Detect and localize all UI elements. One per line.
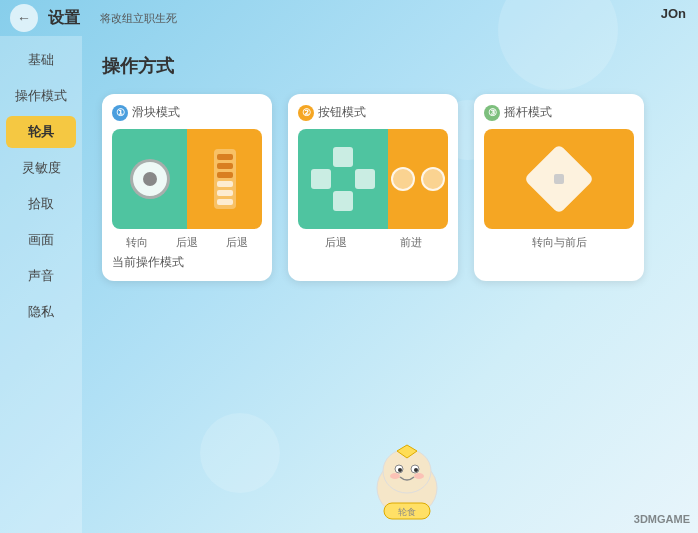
mode-1-label-back1: 后退 (176, 235, 198, 250)
mode-3-visual (484, 129, 634, 229)
back-icon: ← (17, 10, 31, 26)
mode-num-2: ② (298, 105, 314, 121)
joystick-inner (143, 172, 157, 186)
mode-card-stick[interactable]: ③ 摇杆模式 转向与前后 (474, 94, 644, 281)
user-label: JOn (661, 6, 686, 21)
mode-3-label: 摇杆模式 (504, 104, 552, 121)
throttle-seg (217, 172, 233, 178)
sidebar-item-opmode[interactable]: 操作模式 (6, 80, 76, 112)
circle-btn-2 (421, 167, 445, 191)
svg-text:轮食: 轮食 (398, 507, 416, 517)
mode-card-1-title: ① 滑块模式 (112, 104, 262, 121)
dpad-right (355, 169, 375, 189)
svg-point-6 (390, 473, 400, 479)
throttle-seg (217, 154, 233, 160)
current-mode-label: 当前操作模式 (112, 254, 262, 271)
section-title: 操作方式 (102, 54, 678, 78)
svg-point-4 (398, 468, 402, 472)
mode-card-button[interactable]: ② 按钮模式 (288, 94, 458, 281)
mode-1-left (112, 129, 187, 229)
mode-1-label-back2: 后退 (226, 235, 248, 250)
dpad-empty (355, 191, 375, 211)
main-layout: 基础 操作模式 轮具 灵敏度 拾取 画面 声音 隐私 操作方式 ① 滑块模式 (0, 36, 698, 533)
mode-1-right (187, 129, 262, 229)
throttle-seg (217, 163, 233, 169)
sidebar: 基础 操作模式 轮具 灵敏度 拾取 画面 声音 隐私 (0, 36, 82, 533)
mode-cards: ① 滑块模式 (102, 94, 678, 281)
diamond-icon (524, 144, 595, 215)
mode-2-right (388, 129, 448, 229)
sidebar-item-pickup[interactable]: 拾取 (6, 188, 76, 220)
mode-3-label-all: 转向与前后 (532, 235, 587, 250)
mode-card-2-title: ② 按钮模式 (298, 104, 448, 121)
svg-point-5 (414, 468, 418, 472)
dpad-left (311, 169, 331, 189)
mode-3-stick (484, 129, 634, 229)
joystick-icon (130, 159, 170, 199)
mode-2-label: 按钮模式 (318, 104, 366, 121)
circle-btn-1 (391, 167, 415, 191)
page-title: 设置 (48, 8, 80, 29)
throttle-seg (217, 199, 233, 205)
mode-3-card-labels: 转向与前后 (484, 235, 634, 250)
dpad-empty (355, 147, 375, 167)
throttle-seg (217, 190, 233, 196)
mode-2-left (298, 129, 388, 229)
sidebar-item-sound[interactable]: 声音 (6, 260, 76, 292)
dpad-up (333, 147, 353, 167)
content-area: 操作方式 ① 滑块模式 (82, 36, 698, 533)
mode-2-label-back: 后退 (325, 235, 347, 250)
mode-num-1: ① (112, 105, 128, 121)
mode-2-label-fwd: 前进 (400, 235, 422, 250)
dpad-down (333, 191, 353, 211)
sidebar-item-sensitivity[interactable]: 灵敏度 (6, 152, 76, 184)
throttle-seg (217, 181, 233, 187)
watermark: 3DMGAME (634, 513, 690, 525)
mode-1-visual (112, 129, 262, 229)
mode-2-card-labels: 后退 前进 (298, 235, 448, 250)
dpad-icon (311, 147, 375, 211)
back-button[interactable]: ← (10, 4, 38, 32)
mascot-svg: 轮食 (362, 433, 452, 523)
mode-1-label-steer: 转向 (126, 235, 148, 250)
mode-num-3: ③ (484, 105, 500, 121)
mode-card-slide[interactable]: ① 滑块模式 (102, 94, 272, 281)
svg-point-7 (414, 473, 424, 479)
mode-1-label: 滑块模式 (132, 104, 180, 121)
top-subtitle: 将改组立职生死 (100, 11, 177, 26)
sidebar-item-basic[interactable]: 基础 (6, 44, 76, 76)
mode-card-3-title: ③ 摇杆模式 (484, 104, 634, 121)
dpad-center (333, 169, 353, 189)
sidebar-item-privacy[interactable]: 隐私 (6, 296, 76, 328)
diamond-inner (554, 174, 564, 184)
dpad-empty (311, 147, 331, 167)
sidebar-item-controls[interactable]: 轮具 (6, 116, 76, 148)
throttle-bar (214, 149, 236, 209)
sidebar-item-screen[interactable]: 画面 (6, 224, 76, 256)
mode-1-card-labels: 转向 后退 后退 (112, 235, 262, 250)
top-bar: ← 设置 将改组立职生死 JOn (0, 0, 698, 36)
mascot-character: 轮食 (362, 433, 452, 523)
dpad-empty (311, 191, 331, 211)
mode-2-visual (298, 129, 448, 229)
